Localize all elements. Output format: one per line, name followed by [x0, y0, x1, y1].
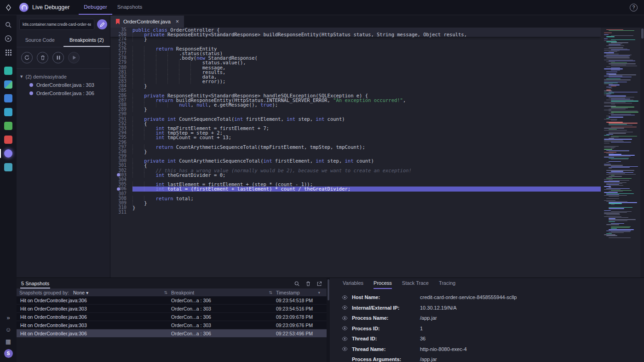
breakpoint-dot-icon[interactable]	[117, 173, 120, 176]
watch-eye-icon[interactable]	[342, 315, 352, 321]
details-rows: Host Name:credit-card-order-service-8458…	[330, 289, 644, 362]
refresh-button[interactable]	[21, 52, 33, 63]
line-gutter[interactable]: 311	[110, 210, 132, 215]
code-line[interactable]: 310}	[110, 205, 601, 210]
code-line[interactable]: 289 }	[110, 107, 601, 112]
open-in-new-icon[interactable]	[316, 281, 322, 287]
app-dashboards-icon[interactable]	[0, 78, 17, 91]
details-tab-tracing[interactable]: Tracing	[439, 280, 455, 289]
panel-divider[interactable]	[327, 278, 330, 362]
replay-sessions-icon[interactable]	[0, 32, 17, 45]
edit-filter-button[interactable]	[97, 19, 107, 29]
watch-eye-icon[interactable]	[342, 336, 352, 342]
code-line[interactable]: 284 }	[110, 84, 601, 88]
divider-scrollbar-thumb[interactable]	[328, 279, 329, 300]
search-snapshots-icon[interactable]	[294, 281, 300, 287]
code-line[interactable]: 300 private int CountArythmeticSequenceT…	[110, 158, 601, 163]
code-line[interactable]: 288 null, null, e.getMessage(), true);	[110, 102, 601, 107]
editor-tab[interactable]: OrderController.java ×	[110, 16, 184, 28]
code-line[interactable]: 308 return total;	[110, 196, 601, 201]
breakpoint-column-header[interactable]: Breakpoint	[171, 290, 194, 295]
code-line[interactable]: 274 }	[110, 37, 601, 41]
code-line[interactable]: 283 error));	[110, 79, 601, 84]
watch-eye-icon[interactable]	[342, 294, 352, 300]
code-line[interactable]: 306 int total = (firstElement + lastElem…	[110, 187, 601, 191]
detail-value: 10.30.12.19/N/A	[420, 305, 457, 311]
detail-value: /app.jar	[420, 356, 437, 362]
sort-breakpoint-icon[interactable]: ⇅	[269, 290, 272, 295]
editor-scrollbar[interactable]	[640, 28, 644, 277]
details-tab-variables[interactable]: Variables	[343, 280, 363, 289]
snapshot-breakpoint: OrderCon...a : 303	[171, 306, 276, 311]
pause-breakpoints-button[interactable]	[52, 52, 64, 63]
expand-rail-icon[interactable]: »	[0, 311, 17, 323]
code-line[interactable]: 297 return CountArythmeticSequenceTotal(…	[110, 145, 601, 149]
entity-filter-input[interactable]	[19, 19, 94, 30]
code-line[interactable]: 291 private int CountSequenceTotal(int f…	[110, 117, 601, 121]
support-icon[interactable]: ☺	[0, 323, 17, 335]
snapshot-breakpoint: OrderCon...a : 306	[171, 331, 276, 336]
app-title: Live Debugger	[32, 4, 69, 11]
snapshot-row[interactable]: Hit on OrderController.java:306OrderCon.…	[17, 329, 327, 338]
play-breakpoints-button[interactable]	[68, 52, 80, 63]
snapshot-row[interactable]: Hit on OrderController.java:303OrderCon.…	[17, 321, 327, 329]
detail-row: Process Name:/app.jar	[330, 313, 644, 323]
snapshot-row[interactable]: Hit on OrderController.java:306OrderCon.…	[17, 313, 327, 321]
app-clouds-icon[interactable]	[0, 105, 17, 119]
detail-label: Host Name:	[352, 294, 420, 300]
app-problems-icon[interactable]	[0, 133, 17, 147]
close-tab-icon[interactable]: ×	[176, 18, 179, 25]
minimap[interactable]	[601, 28, 640, 277]
line-gutter[interactable]: 268	[110, 32, 132, 37]
code-line[interactable]: 279 status.value(),	[110, 60, 601, 65]
details-tab-process[interactable]: Process	[374, 280, 392, 289]
app-workloads-icon[interactable]	[0, 91, 17, 105]
detail-value: /app.jar	[420, 315, 437, 321]
code-line[interactable]: 311	[110, 210, 601, 215]
sort-timestamp-icon[interactable]: ▾	[318, 290, 320, 295]
account-badge[interactable]: S	[0, 347, 17, 359]
code-line[interactable]: 298 }	[110, 149, 601, 154]
line-gutter[interactable]: 279	[110, 60, 132, 65]
snapshot-row[interactable]: Hit on OrderController.java:306OrderCon.…	[17, 296, 327, 305]
app-services-icon[interactable]	[0, 160, 17, 174]
side-tab-source-code[interactable]: Source Code	[17, 34, 63, 47]
line-gutter[interactable]: 295	[110, 135, 132, 140]
code-line[interactable]: 303 int theGreatDivider = 0;	[110, 173, 601, 177]
group-by-select[interactable]: None ▾	[73, 290, 88, 295]
app-observability-icon[interactable]	[0, 64, 17, 78]
breakpoint-group[interactable]: ▾ (2) dem/easytrade	[20, 74, 106, 79]
code-line[interactable]: 295 int tmpCount = count + 13;	[110, 135, 601, 140]
watch-eye-icon[interactable]	[342, 325, 352, 331]
snapshots-title-tab[interactable]: 5 Snapshots	[20, 280, 50, 288]
side-tab-breakpoints-2-[interactable]: Breakpoints (2)	[63, 34, 110, 47]
breakpoint-item[interactable]: OrderController.java : 303	[29, 82, 106, 88]
delete-snapshots-icon[interactable]	[305, 281, 311, 287]
code-line[interactable]: 268 private ResponseEntity<StandardRespo…	[110, 32, 601, 37]
timestamp-column-header[interactable]: Timestamp	[276, 290, 300, 295]
scrollbar-thumb[interactable]	[641, 28, 644, 39]
help-button[interactable]: ?	[630, 4, 638, 11]
live-debugger-app: Live Debugger DebuggerSnapshots ? »☺▦S	[0, 0, 644, 362]
details-tab-stack-trace[interactable]: Stack Trace	[402, 280, 429, 289]
apps-grid-icon[interactable]	[0, 45, 17, 59]
watch-eye-icon[interactable]	[342, 346, 352, 352]
breakpoint-dot-icon[interactable]	[117, 187, 120, 191]
watch-eye-icon[interactable]	[342, 305, 352, 311]
detail-row: Internal/External IP:10.30.12.19/N/A	[330, 303, 644, 313]
detail-row: Process Arguments:/app.jar	[330, 354, 644, 362]
snapshot-breakpoint: OrderCon...a : 306	[171, 314, 276, 320]
code-line[interactable]: 309 }	[110, 201, 601, 205]
snapshot-row[interactable]: Hit on OrderController.java:303OrderCon.…	[17, 305, 327, 313]
code-viewport[interactable]: 35public class OrderController {268 priv…	[110, 28, 601, 277]
app-deployments-icon[interactable]	[0, 119, 17, 133]
breakpoint-item[interactable]: OrderController.java : 306	[29, 90, 106, 96]
sort-name-icon[interactable]: ⇅	[164, 290, 167, 295]
releases-icon[interactable]: ▦	[0, 335, 17, 347]
breakpoints-tree: ▾ (2) dem/easytrade OrderController.java…	[17, 69, 110, 101]
topbar-tab-snapshots[interactable]: Snapshots	[112, 0, 147, 15]
delete-breakpoints-button[interactable]	[37, 52, 48, 63]
search-icon[interactable]	[0, 18, 17, 32]
topbar-tab-debugger[interactable]: Debugger	[79, 0, 112, 15]
app-live-debugger-icon[interactable]	[0, 147, 17, 160]
